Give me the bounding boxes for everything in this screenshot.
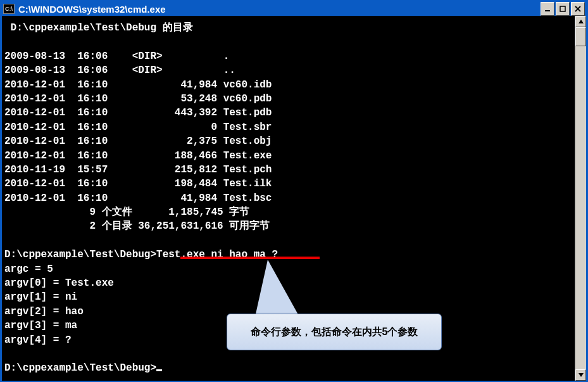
chevron-down-icon — [579, 373, 584, 377]
chevron-up-icon — [579, 20, 584, 23]
scroll-down-button[interactable] — [575, 369, 586, 381]
close-button[interactable] — [571, 2, 585, 16]
scroll-up-button[interactable] — [575, 16, 586, 27]
scrollbar[interactable] — [575, 16, 586, 381]
cmd-window: C:\ C:\WINDOWS\system32\cmd.exe D:\cppex… — [0, 0, 588, 382]
svg-rect-1 — [560, 6, 565, 11]
app-icon: C:\ — [3, 4, 15, 14]
window-title: C:\WINDOWS\system32\cmd.exe — [18, 4, 541, 15]
maximize-button[interactable] — [556, 2, 570, 16]
scroll-thumb[interactable] — [575, 27, 586, 46]
callout-text: 命令行参数，包括命令在内共5个参数 — [251, 326, 418, 339]
underline-annotation — [180, 257, 320, 259]
minimize-button[interactable] — [541, 2, 554, 16]
scroll-track[interactable] — [575, 27, 586, 369]
titlebar[interactable]: C:\ C:\WINDOWS\system32\cmd.exe — [2, 2, 586, 16]
window-controls — [541, 2, 585, 16]
maximize-icon — [560, 6, 566, 12]
callout-box: 命令行参数，包括命令在内共5个参数 — [227, 314, 442, 350]
terminal-area: D:\cppexample\Test\Debug 的目录 2009-08-13 … — [2, 16, 586, 381]
svg-rect-0 — [545, 10, 550, 11]
cursor — [156, 369, 162, 371]
minimize-icon — [544, 6, 551, 12]
close-icon — [575, 6, 581, 12]
